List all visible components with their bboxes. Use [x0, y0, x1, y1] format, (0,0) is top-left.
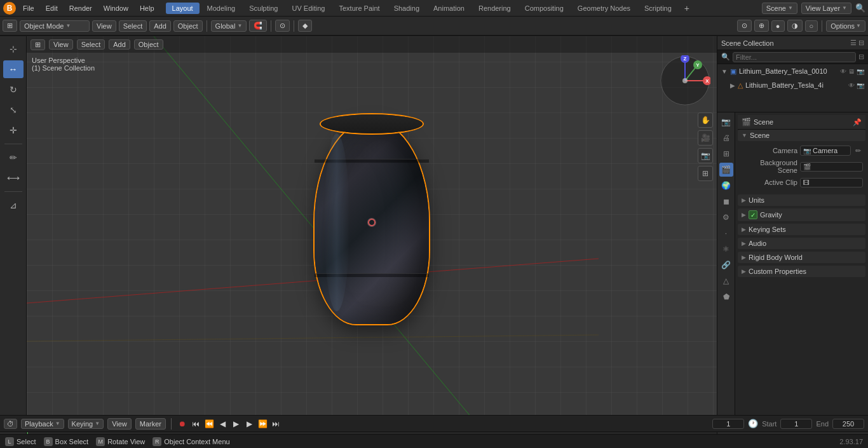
output-props-button[interactable]: 🖨 [719, 131, 733, 145]
keyframe-button[interactable]: ◆ [298, 20, 312, 32]
gravity-checkbox[interactable]: ✓ [749, 210, 757, 219]
render-props-button[interactable]: 📷 [719, 115, 733, 129]
sort-icon[interactable]: ⊟ [858, 39, 864, 47]
select-menu-btn[interactable]: Select [77, 39, 105, 50]
transform-tool-button[interactable]: ✛ [3, 121, 24, 139]
hand-tool-button[interactable]: ✋ [698, 112, 713, 128]
render-icon[interactable]: 📷 [857, 68, 864, 75]
outliner-item-collection[interactable]: ▼ ▣ Lithium_Battery_Tesla_0010 👁 🖥 📷 [717, 64, 868, 78]
jump-start-button[interactable]: ⏮ [190, 418, 201, 430]
filter-icon[interactable]: ☰ [850, 39, 857, 47]
move-tool-button[interactable]: ↔ [3, 60, 24, 78]
select-menu[interactable]: Select [119, 20, 147, 32]
next-keyframe-button[interactable]: ⏩ [257, 418, 268, 430]
add-menu[interactable]: Add [149, 20, 171, 32]
view-layer-props-button[interactable]: ⊞ [719, 147, 733, 161]
end-frame-input[interactable]: 250 [832, 419, 864, 429]
add-menu-btn[interactable]: Add [109, 39, 130, 50]
menu-help[interactable]: Help [135, 3, 159, 13]
menu-render[interactable]: Render [64, 3, 97, 13]
play-button[interactable]: ▶ [230, 418, 241, 430]
tab-geometry-nodes[interactable]: Geometry Nodes [571, 3, 637, 14]
material-props-button[interactable]: ⬟ [719, 290, 733, 304]
object-menu[interactable]: Object [173, 20, 203, 32]
physics-button[interactable]: ⚛ [719, 242, 733, 256]
filter-toggle-icon[interactable]: ⊟ [858, 53, 864, 61]
edit-camera-icon[interactable]: ✏ [853, 147, 863, 155]
tab-texture-paint[interactable]: Texture Paint [332, 3, 386, 14]
viewport-editor-button[interactable]: ⊞ [31, 39, 45, 50]
battery-object[interactable] [315, 121, 429, 324]
grid-view-button[interactable]: ⊞ [698, 166, 713, 181]
data-props-button[interactable]: △ [719, 274, 733, 288]
viewport-shading-solid[interactable]: ● [771, 20, 785, 32]
tab-rendering[interactable]: Rendering [472, 3, 517, 14]
rigid-body-toggle[interactable]: ▶ Rigid Body World [738, 252, 865, 263]
world-props-button[interactable]: 🌍 [719, 179, 733, 193]
keying-sets-toggle[interactable]: ▶ Keying Sets [738, 224, 865, 235]
next-frame-button[interactable]: ▶ [243, 418, 255, 430]
proportional-edit-button[interactable]: ⊙ [275, 20, 290, 32]
timeline-editor-button[interactable]: ⏱ [4, 419, 17, 429]
rotate-tool-button[interactable]: ↻ [3, 81, 24, 98]
custom-props-toggle[interactable]: ▶ Custom Properties [738, 266, 865, 277]
tab-compositing[interactable]: Compositing [519, 3, 570, 14]
playback-menu[interactable]: Playback ▼ [21, 419, 64, 429]
gravity-section-toggle[interactable]: ▶ ✓ Gravity [738, 208, 865, 221]
modifiers-button[interactable]: ⚙ [719, 210, 733, 224]
units-section-toggle[interactable]: ▶ Units [738, 194, 865, 206]
view-timeline-menu[interactable]: View [107, 418, 132, 430]
viewport-gizmo-button[interactable]: ⊕ [754, 20, 769, 32]
editor-type-button[interactable]: ⊞ [3, 20, 17, 32]
view-menu-btn[interactable]: View [49, 39, 73, 50]
visibility-icon[interactable]: 👁 [840, 68, 846, 75]
visibility-icon-2[interactable]: 👁 [848, 82, 855, 89]
background-scene-value[interactable]: 🎬 [800, 162, 863, 172]
transform-orientation-dropdown[interactable]: Global ▼ [211, 20, 247, 32]
jump-end-button[interactable]: ⏭ [270, 418, 281, 430]
camera-view-button[interactable]: 📷 [698, 148, 713, 163]
camera-value[interactable]: 📷 Camera [800, 146, 851, 156]
menu-file[interactable]: File [18, 3, 39, 13]
constraints-button[interactable]: 🔗 [719, 258, 733, 272]
navigation-gizmo[interactable]: X Y Z [660, 55, 710, 106]
record-button[interactable]: ⏺ [177, 418, 188, 430]
measure-tool-button[interactable]: ⟷ [3, 169, 24, 187]
view-layer-selector[interactable]: View Layer ▼ [801, 3, 851, 14]
cursor-tool-button[interactable]: ⊹ [3, 40, 24, 58]
main-viewport[interactable]: ⊞ View Select Add Object User Perspectiv… [27, 36, 717, 429]
outliner-item-mesh[interactable]: ▶ △ Lithium_Battery_Tesla_4i 👁 📷 [717, 78, 868, 92]
viewport-overlay-button[interactable]: ⊙ [737, 20, 752, 32]
tab-uv-editing[interactable]: UV Editing [285, 3, 331, 14]
menu-window[interactable]: Window [98, 3, 133, 13]
options-button[interactable]: Options ▼ [826, 20, 865, 32]
add-object-button[interactable]: ⊿ [3, 196, 24, 214]
tab-layout[interactable]: Layout [166, 3, 200, 14]
keying-menu[interactable]: Keying ▼ [68, 419, 104, 429]
current-frame-input[interactable]: 1 [712, 419, 744, 429]
marker-menu[interactable]: Marker [135, 418, 166, 430]
scene-section-toggle[interactable]: ▼ Scene [738, 130, 865, 141]
annotate-tool-button[interactable]: ✏ [3, 149, 24, 166]
prev-keyframe-button[interactable]: ⏪ [203, 418, 215, 430]
viewport-shading-material[interactable]: ◑ [787, 20, 803, 32]
start-frame-input[interactable]: 1 [780, 419, 812, 429]
scene-pin-icon[interactable]: 📌 [853, 118, 862, 126]
tab-sculpting[interactable]: Sculpting [243, 3, 284, 14]
mode-select-dropdown[interactable]: Object Mode ▼ [20, 20, 90, 32]
audio-section-toggle[interactable]: ▶ Audio [738, 238, 865, 249]
scene-props-button[interactable]: 🎬 [719, 163, 733, 177]
view-menu[interactable]: View [92, 20, 116, 32]
scene-selector[interactable]: Scene ▼ [762, 3, 797, 14]
outliner-search-input[interactable] [733, 52, 856, 62]
particles-button[interactable]: · [719, 226, 733, 240]
snap-toggle[interactable]: 🧲 [249, 20, 267, 32]
object-props-button[interactable]: ◼ [719, 194, 733, 208]
search-icon[interactable]: 🔍 [855, 3, 865, 13]
menu-edit[interactable]: Edit [41, 3, 63, 13]
prev-frame-button[interactable]: ◀ [217, 418, 228, 430]
viewport-icon[interactable]: 🖥 [848, 68, 855, 75]
active-clip-value[interactable]: 🎞 [800, 178, 863, 187]
viewport-shading-rendered[interactable]: ○ [805, 20, 818, 32]
object-menu-btn[interactable]: Object [134, 39, 163, 50]
